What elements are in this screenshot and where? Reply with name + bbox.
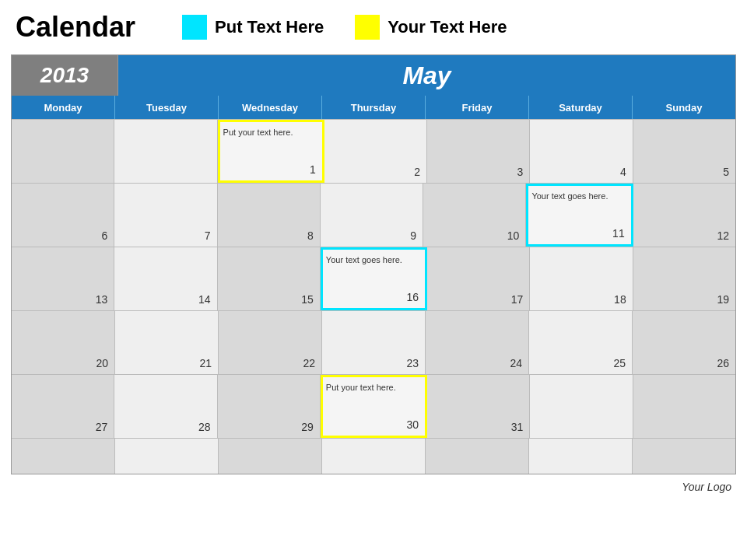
cell-num: 19 xyxy=(717,293,729,306)
cal-cell-w1d3[interactable]: 9 xyxy=(321,184,423,247)
cell-num: 22 xyxy=(303,357,315,369)
cal-week-row-3: 20212223242526 xyxy=(12,310,735,374)
cal-cell-w2d0[interactable]: 13 xyxy=(12,247,114,310)
cal-cell-w4d4[interactable]: 31 xyxy=(427,375,530,438)
cell-num: 1 xyxy=(310,163,316,176)
cell-text: Put your text here. xyxy=(223,125,319,138)
cell-num: 10 xyxy=(507,229,520,242)
cell-num: 7 xyxy=(205,229,211,242)
legend-cyan: Put Text Here xyxy=(182,15,324,40)
cell-num: 3 xyxy=(517,166,524,178)
cell-num: 31 xyxy=(511,421,524,433)
cal-cell-w2d6[interactable]: 19 xyxy=(633,247,735,310)
cal-cell-w1d0[interactable]: 6 xyxy=(12,184,114,247)
cal-cell-w2d2[interactable]: 15 xyxy=(218,247,321,310)
cell-num: 15 xyxy=(301,293,314,306)
cell-num: 12 xyxy=(717,229,729,242)
cal-cell-w4d6[interactable] xyxy=(633,375,735,438)
cal-header-row: 2013 May xyxy=(12,55,735,96)
dayname-thursday: Thursday xyxy=(322,96,426,119)
cal-grid: Put your text here.12345678910Your text … xyxy=(12,119,735,474)
cal-year-cell: 2013 xyxy=(12,55,118,96)
cal-cell-w3d0[interactable]: 20 xyxy=(12,311,115,374)
cal-cell-w3d1[interactable]: 21 xyxy=(115,311,219,374)
cal-cell-w1d6[interactable]: 12 xyxy=(633,184,735,247)
cal-cell-w2d1[interactable]: 14 xyxy=(114,247,217,310)
cal-cell-w2d4[interactable]: 17 xyxy=(427,247,530,310)
cal-week-row-5 xyxy=(12,438,735,474)
cell-num: 11 xyxy=(612,227,625,240)
cal-cell-w5d5[interactable] xyxy=(529,439,633,474)
cal-cell-w5d3[interactable] xyxy=(322,439,426,474)
cal-cell-w0d0[interactable] xyxy=(12,120,114,183)
cal-cell-w5d1[interactable] xyxy=(115,439,219,474)
cal-month-cell: May xyxy=(118,55,735,96)
cell-text: Your text goes here. xyxy=(531,189,627,201)
cal-cell-w5d2[interactable] xyxy=(219,439,322,474)
cal-cell-w4d1[interactable]: 28 xyxy=(114,375,217,438)
cell-num: 20 xyxy=(96,357,108,369)
cal-week-row-2: 131415Your text goes here.16171819 xyxy=(12,247,735,310)
cell-num: 29 xyxy=(301,421,314,433)
legend-cyan-box xyxy=(182,15,207,40)
footer-logo: Your Logo xyxy=(682,481,731,493)
cell-num: 27 xyxy=(96,421,108,433)
cal-cell-w1d4[interactable]: 10 xyxy=(423,184,526,247)
cal-cell-w0d3[interactable]: 2 xyxy=(324,120,427,183)
cell-num: 13 xyxy=(96,293,108,306)
cell-num: 16 xyxy=(407,291,419,303)
cell-num: 24 xyxy=(510,357,522,369)
cal-cell-w2d3[interactable]: Your text goes here.16 xyxy=(321,247,427,310)
cell-num: 5 xyxy=(723,166,729,178)
cal-cell-w2d5[interactable]: 18 xyxy=(530,247,633,310)
cal-cell-w1d5[interactable]: Your text goes here.11 xyxy=(526,184,633,247)
dayname-saturday: Saturday xyxy=(529,96,633,119)
cal-cell-w0d5[interactable]: 4 xyxy=(530,120,633,183)
dayname-monday: Monday xyxy=(12,96,115,119)
cal-cell-w4d2[interactable]: 29 xyxy=(218,375,321,438)
legend-yellow: Your Text Here xyxy=(355,15,507,40)
cal-cell-w0d2[interactable]: Put your text here.1 xyxy=(218,120,324,183)
cal-cell-w0d4[interactable]: 3 xyxy=(427,120,530,183)
legend-yellow-box xyxy=(355,15,380,40)
cell-num: 18 xyxy=(614,293,626,306)
cal-cell-w5d0[interactable] xyxy=(12,439,115,474)
cal-cell-w3d4[interactable]: 24 xyxy=(426,311,529,374)
cell-num: 30 xyxy=(407,418,419,431)
dayname-friday: Friday xyxy=(426,96,529,119)
cell-num: 26 xyxy=(717,357,729,369)
cell-num: 23 xyxy=(406,357,419,369)
cal-cell-w4d5[interactable] xyxy=(530,375,633,438)
cell-text: Put your text here. xyxy=(326,380,422,393)
cell-num: 14 xyxy=(198,293,211,306)
cal-cell-w0d6[interactable]: 5 xyxy=(633,120,735,183)
dayname-sunday: Sunday xyxy=(633,96,735,119)
cell-num: 6 xyxy=(101,229,107,242)
cal-cell-w3d2[interactable]: 22 xyxy=(219,311,322,374)
cal-cell-w4d0[interactable]: 27 xyxy=(12,375,114,438)
cal-cell-w0d1[interactable] xyxy=(114,120,217,183)
cell-text: Your text goes here. xyxy=(326,253,422,265)
cell-num: 17 xyxy=(511,293,524,306)
calendar-wrapper: 2013 May Monday Tuesday Wednesday Thursd… xyxy=(11,54,736,474)
cal-cell-w3d5[interactable]: 25 xyxy=(529,311,633,374)
cal-week-row-0: Put your text here.12345 xyxy=(12,119,735,183)
cal-cell-w1d1[interactable]: 7 xyxy=(114,184,217,247)
cell-num: 25 xyxy=(613,357,626,369)
dayname-tuesday: Tuesday xyxy=(115,96,219,119)
cal-daynames-row: Monday Tuesday Wednesday Thursday Friday… xyxy=(12,96,735,119)
cell-num: 2 xyxy=(414,166,420,178)
page-title: Calendar xyxy=(16,11,135,44)
top-header: Calendar Put Text Here Your Text Here xyxy=(0,0,747,54)
dayname-wednesday: Wednesday xyxy=(219,96,322,119)
cal-cell-w3d3[interactable]: 23 xyxy=(322,311,426,374)
cal-cell-w4d3[interactable]: Put your text here.30 xyxy=(321,375,427,438)
cal-cell-w5d6[interactable] xyxy=(633,439,735,474)
cal-cell-w3d6[interactable]: 26 xyxy=(633,311,735,374)
legend-cyan-label: Put Text Here xyxy=(215,17,324,37)
cell-num: 21 xyxy=(199,357,212,369)
cal-cell-w1d2[interactable]: 8 xyxy=(218,184,321,247)
cell-num: 4 xyxy=(620,166,626,178)
cal-week-row-4: 272829Put your text here.3031 xyxy=(12,374,735,438)
cal-cell-w5d4[interactable] xyxy=(426,439,529,474)
